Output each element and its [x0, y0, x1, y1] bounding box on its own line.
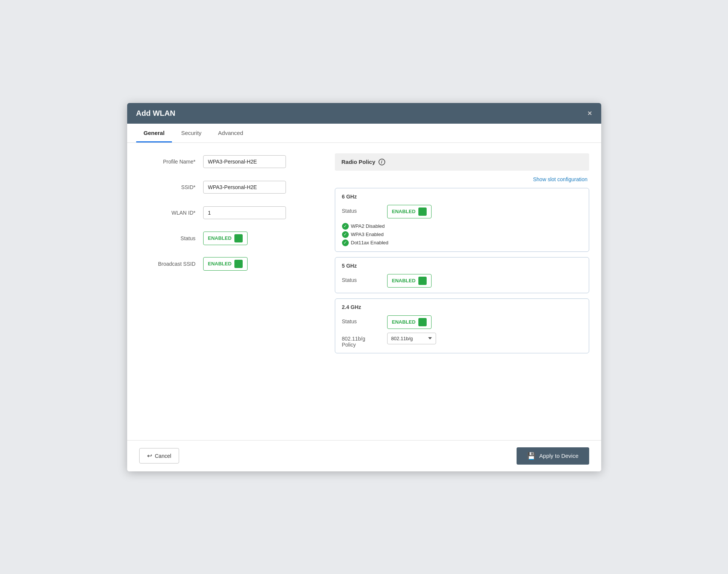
- freq-6ghz-status-row: Status ENABLED: [342, 205, 582, 218]
- wlan-id-label: WLAN ID*: [139, 210, 196, 216]
- broadcast-ssid-row: Broadcast SSID ENABLED: [139, 256, 312, 272]
- right-panel: Radio Policy i Show slot configuration 6…: [335, 153, 589, 430]
- freq-6ghz-status-value: ENABLED: [392, 209, 416, 214]
- status-label: Status: [139, 235, 196, 241]
- freq-24ghz-box: 2.4 GHz Status ENABLED 802.11b/g Policy …: [335, 298, 589, 353]
- modal-header: Add WLAN ×: [127, 103, 601, 124]
- freq-6ghz-box: 6 GHz Status ENABLED ✓ WPA2 Disabled ✓: [335, 188, 589, 252]
- freq-6ghz-title: 6 GHz: [342, 194, 582, 200]
- check-label-wpa2: WPA2 Disabled: [351, 223, 385, 229]
- modal-footer: ↩ Cancel 💾 Apply to Device: [127, 440, 601, 471]
- broadcast-ssid-value: ENABLED: [208, 261, 232, 267]
- broadcast-ssid-label: Broadcast SSID: [139, 261, 196, 267]
- check-item-wpa3: ✓ WPA3 Enabled: [342, 231, 582, 238]
- status-row: Status ENABLED: [139, 230, 312, 247]
- apply-to-device-button[interactable]: 💾 Apply to Device: [517, 447, 589, 465]
- close-icon[interactable]: ×: [588, 109, 592, 118]
- cancel-undo-icon: ↩: [147, 452, 152, 459]
- freq-5ghz-status-label: Status: [342, 274, 380, 283]
- freq-5ghz-status-row: Status ENABLED: [342, 274, 582, 288]
- freq-24ghz-status-value: ENABLED: [392, 319, 416, 325]
- freq-24ghz-policy-row: 802.11b/g Policy 802.11b/g 802.11b 802.1…: [342, 333, 582, 348]
- wlan-id-input[interactable]: [203, 206, 286, 219]
- info-icon[interactable]: i: [378, 159, 385, 165]
- freq-6ghz-green-square: [418, 207, 427, 216]
- freq-24ghz-policy-select[interactable]: 802.11b/g 802.11b 802.11g: [387, 333, 436, 344]
- check-label-wpa3: WPA3 Enabled: [351, 232, 384, 237]
- freq-24ghz-status-label: Status: [342, 315, 380, 324]
- radio-policy-label: Radio Policy: [342, 159, 375, 165]
- show-slot-link[interactable]: Show slot configuration: [533, 176, 589, 182]
- left-panel: Profile Name* SSID* WLAN ID* Status ENAB…: [139, 153, 312, 430]
- freq-24ghz-policy-label: 802.11b/g Policy: [342, 333, 380, 348]
- freq-5ghz-status-toggle[interactable]: ENABLED: [387, 274, 432, 288]
- apply-label: Apply to Device: [539, 453, 578, 459]
- add-wlan-modal: Add WLAN × General Security Advanced Pro…: [127, 103, 601, 471]
- status-value: ENABLED: [208, 235, 232, 241]
- freq-24ghz-green-square: [418, 318, 427, 326]
- check-icon-wpa3: ✓: [342, 231, 349, 238]
- check-label-dot11ax: Dot11ax Enabled: [351, 240, 389, 245]
- freq-5ghz-title: 5 GHz: [342, 263, 582, 269]
- freq-6ghz-status-toggle[interactable]: ENABLED: [387, 205, 432, 218]
- freq-24ghz-status-row: Status ENABLED: [342, 315, 582, 329]
- profile-name-row: Profile Name*: [139, 153, 312, 170]
- status-toggle[interactable]: ENABLED: [203, 232, 248, 245]
- freq-24ghz-title: 2.4 GHz: [342, 304, 582, 310]
- freq-6ghz-status-label: Status: [342, 205, 380, 214]
- profile-name-input[interactable]: [203, 155, 286, 168]
- tab-security[interactable]: Security: [173, 124, 209, 142]
- freq-5ghz-box: 5 GHz Status ENABLED: [335, 257, 589, 293]
- radio-policy-header: Radio Policy i: [335, 153, 589, 171]
- freq-5ghz-status-value: ENABLED: [392, 278, 416, 283]
- modal-body: Profile Name* SSID* WLAN ID* Status ENAB…: [127, 143, 601, 440]
- tab-general[interactable]: General: [136, 124, 172, 142]
- cancel-label: Cancel: [155, 453, 172, 459]
- show-slot-container: Show slot configuration: [335, 176, 589, 183]
- save-icon: 💾: [527, 452, 535, 460]
- freq-24ghz-status-toggle[interactable]: ENABLED: [387, 315, 432, 329]
- check-icon-wpa2: ✓: [342, 223, 349, 230]
- check-item-wpa2: ✓ WPA2 Disabled: [342, 223, 582, 230]
- freq-6ghz-checks: ✓ WPA2 Disabled ✓ WPA3 Enabled ✓ Dot11ax…: [342, 223, 582, 246]
- check-icon-dot11ax: ✓: [342, 239, 349, 246]
- tab-advanced[interactable]: Advanced: [211, 124, 251, 142]
- profile-name-label: Profile Name*: [139, 159, 196, 165]
- ssid-label: SSID*: [139, 184, 196, 190]
- ssid-row: SSID*: [139, 179, 312, 195]
- tab-bar: General Security Advanced: [127, 124, 601, 143]
- broadcast-green-square: [234, 260, 243, 268]
- broadcast-ssid-toggle[interactable]: ENABLED: [203, 257, 248, 271]
- ssid-input[interactable]: [203, 181, 286, 194]
- status-green-square: [234, 234, 243, 242]
- modal-title: Add WLAN: [136, 109, 175, 118]
- freq-5ghz-green-square: [418, 277, 427, 285]
- check-item-dot11ax: ✓ Dot11ax Enabled: [342, 239, 582, 246]
- wlan-id-row: WLAN ID*: [139, 204, 312, 221]
- cancel-button[interactable]: ↩ Cancel: [139, 448, 179, 463]
